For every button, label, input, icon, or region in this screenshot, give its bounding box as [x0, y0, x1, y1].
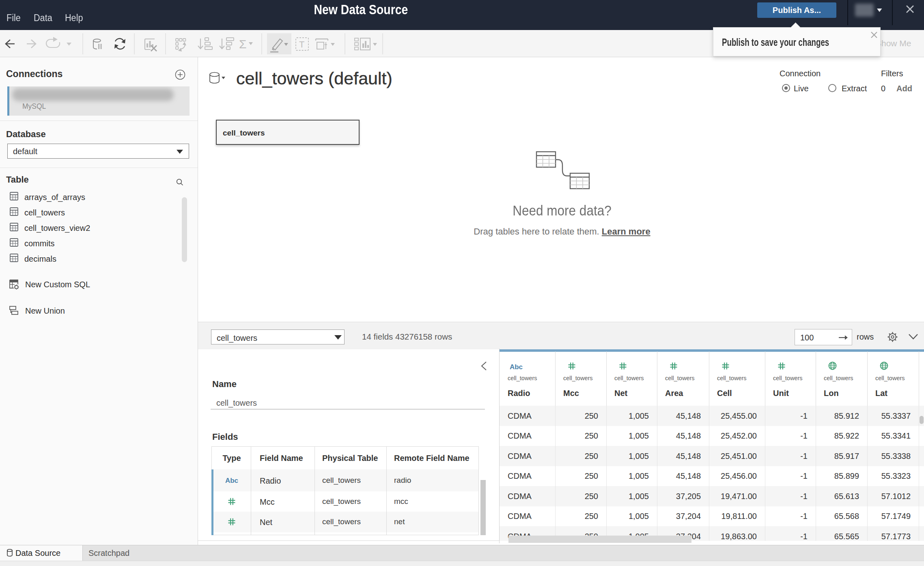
svg-text:T: T	[299, 39, 304, 49]
svg-text:Σ: Σ	[239, 37, 247, 51]
